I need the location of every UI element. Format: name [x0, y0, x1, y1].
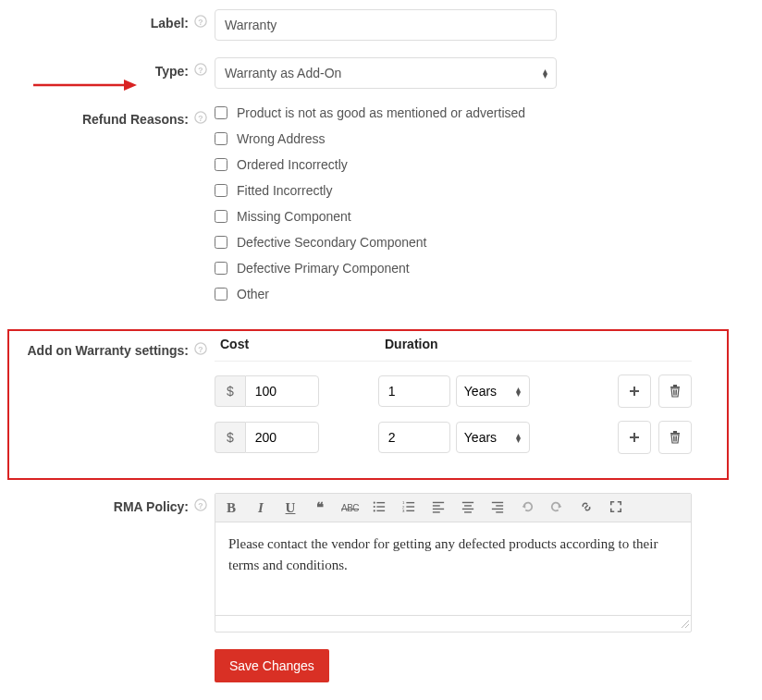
delete-row-button[interactable] — [658, 375, 692, 408]
refund-reason-checkbox[interactable] — [215, 106, 227, 119]
align-center-button[interactable] — [460, 500, 476, 516]
align-left-button[interactable] — [430, 500, 447, 516]
currency-prefix: $ — [215, 422, 245, 453]
svg-rect-43 — [464, 505, 472, 506]
refund-reason-label: Wrong Address — [237, 131, 325, 146]
svg-rect-37 — [406, 510, 414, 510]
refund-reason-checkbox[interactable] — [215, 236, 227, 249]
svg-point-28 — [374, 505, 375, 507]
refund-reason-checkbox[interactable] — [215, 262, 227, 275]
svg-rect-49 — [496, 511, 503, 512]
underline-button[interactable]: U — [282, 500, 299, 516]
refund-reason-label: Defective Secondary Component — [237, 235, 426, 250]
refund-reason-row: Missing Component — [215, 209, 734, 224]
help-icon[interactable]: ? — [194, 63, 207, 79]
label-label: Label: — [151, 16, 189, 31]
editor-toolbar: B I U ❝ ABC 123 — [215, 494, 691, 522]
svg-text:?: ? — [198, 18, 203, 27]
fullscreen-button[interactable] — [608, 500, 624, 516]
refund-reason-row: Ordered Incorrectly — [215, 157, 734, 172]
label-input[interactable] — [215, 9, 557, 41]
svg-rect-48 — [492, 508, 503, 509]
refund-reason-row: Product is not as good as mentioned or a… — [215, 105, 734, 120]
svg-text:?: ? — [198, 66, 203, 75]
refund-reason-row: Other — [215, 287, 734, 301]
svg-rect-31 — [376, 510, 385, 510]
refund-reason-checkbox[interactable] — [215, 210, 227, 223]
duration-unit-select[interactable]: Years — [456, 375, 530, 407]
refund-reason-label: Other — [237, 287, 269, 301]
undo-button[interactable] — [519, 500, 535, 516]
editor-statusbar — [215, 615, 691, 632]
svg-rect-11 — [630, 390, 639, 392]
svg-text:?: ? — [198, 114, 203, 123]
refund-reason-label: Product is not as good as mentioned or a… — [237, 105, 525, 120]
svg-rect-20 — [673, 431, 677, 433]
svg-rect-29 — [376, 506, 385, 507]
refund-reason-row: Fitted Incorrectly — [215, 183, 734, 198]
rma-policy-label: RMA Policy: — [114, 499, 189, 514]
help-icon[interactable]: ? — [194, 15, 207, 31]
svg-rect-35 — [406, 506, 414, 507]
resize-grip-icon[interactable] — [680, 619, 689, 630]
warranty-row: $Years▴▾ — [215, 375, 692, 408]
help-icon[interactable]: ? — [194, 342, 207, 358]
italic-button[interactable]: I — [252, 500, 269, 516]
link-button[interactable] — [578, 500, 595, 516]
duration-value-input[interactable] — [378, 422, 450, 453]
svg-point-30 — [374, 510, 375, 511]
addon-warranty-highlight: Add on Warranty settings: ? Cost Duratio… — [7, 329, 729, 480]
svg-text:?: ? — [198, 345, 203, 354]
delete-row-button[interactable] — [658, 421, 692, 454]
svg-rect-13 — [673, 385, 677, 387]
svg-rect-19 — [670, 433, 680, 435]
bold-button[interactable]: B — [223, 500, 240, 516]
svg-rect-47 — [496, 505, 503, 506]
refund-reason-label: Missing Component — [237, 209, 351, 224]
add-row-button[interactable] — [618, 421, 651, 454]
svg-rect-33 — [406, 501, 414, 502]
help-icon[interactable]: ? — [194, 498, 207, 514]
svg-rect-41 — [433, 511, 440, 512]
svg-line-53 — [685, 624, 689, 628]
svg-rect-12 — [670, 387, 680, 388]
refund-reasons-group: Product is not as good as mentioned or a… — [215, 105, 762, 313]
cost-input[interactable] — [245, 422, 319, 453]
type-select[interactable]: Warranty as Add-On — [215, 57, 557, 89]
cost-header: Cost — [215, 337, 385, 351]
save-changes-button[interactable]: Save Changes — [215, 649, 329, 682]
svg-rect-39 — [433, 505, 440, 506]
duration-unit-select[interactable]: Years — [456, 422, 530, 453]
svg-rect-38 — [433, 501, 444, 502]
warranty-row: $Years▴▾ — [215, 421, 692, 454]
refund-reason-row: Wrong Address — [215, 131, 734, 146]
add-row-button[interactable] — [618, 375, 651, 408]
refund-reason-label: Fitted Incorrectly — [237, 183, 332, 198]
svg-rect-44 — [462, 508, 473, 509]
refund-reason-label: Ordered Incorrectly — [237, 157, 348, 172]
svg-text:?: ? — [198, 501, 203, 510]
strikethrough-button[interactable]: ABC — [341, 503, 358, 513]
unordered-list-button[interactable] — [371, 500, 387, 516]
svg-rect-18 — [630, 436, 639, 438]
align-right-button[interactable] — [489, 500, 506, 516]
duration-value-input[interactable] — [378, 375, 450, 407]
refund-reason-checkbox[interactable] — [215, 132, 227, 145]
refund-reason-checkbox[interactable] — [215, 184, 227, 197]
redo-button[interactable] — [548, 500, 565, 516]
refund-reason-checkbox[interactable] — [215, 288, 227, 301]
addon-warranty-label: Add on Warranty settings: — [28, 343, 190, 358]
help-icon[interactable]: ? — [194, 111, 207, 127]
quote-button[interactable]: ❝ — [312, 499, 328, 516]
svg-point-26 — [374, 501, 375, 503]
refund-reason-label: Defective Primary Component — [237, 261, 410, 276]
refund-reason-checkbox[interactable] — [215, 158, 227, 171]
rma-policy-textarea[interactable]: Please contact the vendor for getting an… — [215, 522, 691, 615]
refund-reason-row: Defective Secondary Component — [215, 235, 734, 250]
cost-input[interactable] — [245, 375, 319, 407]
currency-prefix: $ — [215, 375, 245, 407]
ordered-list-button[interactable]: 123 — [400, 500, 417, 516]
svg-text:3: 3 — [402, 509, 405, 513]
svg-rect-42 — [462, 501, 473, 502]
refund-reasons-label: Refund Reasons: — [82, 112, 189, 127]
